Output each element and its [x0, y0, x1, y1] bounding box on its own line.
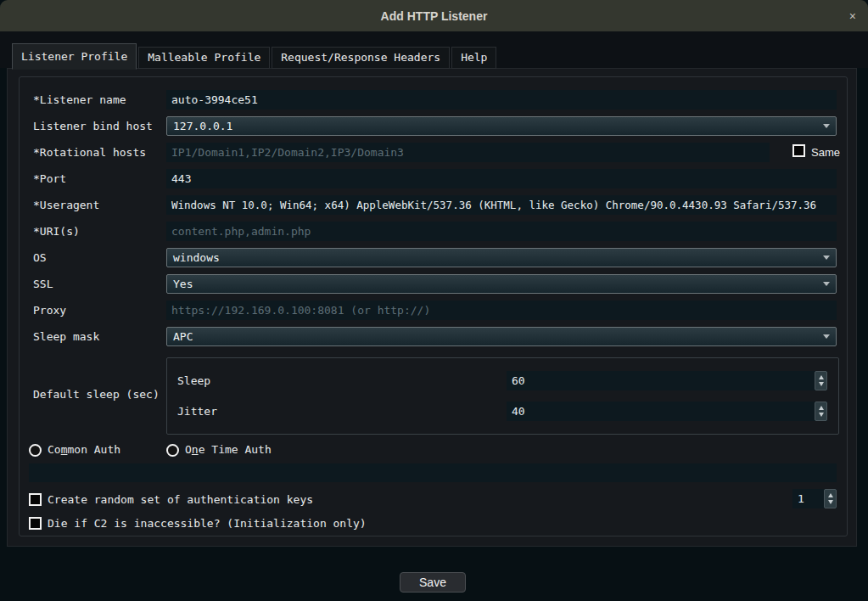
tab-listener-profile[interactable]: Listener Profile [12, 43, 137, 70]
tab-bar: Listener Profile Malleable Profile Reque… [12, 43, 498, 69]
jitter-value: 40 [507, 402, 815, 421]
spin-down-icon[interactable] [819, 382, 824, 386]
chevron-down-icon [823, 124, 830, 128]
port-field-wrap [166, 169, 837, 188]
common-auth-radio[interactable] [29, 444, 42, 457]
jitter-spinbox[interactable]: 40 [507, 402, 827, 421]
ssl-select[interactable]: Yes [166, 274, 837, 294]
rotational-hosts-input[interactable] [166, 143, 770, 162]
listener-name-field-wrap [166, 90, 837, 110]
random-keys-checkbox[interactable] [29, 493, 42, 506]
bind-host-select[interactable]: 127.0.0.1 [166, 116, 837, 136]
auth-key-field-wrap [29, 463, 837, 482]
same-checkbox[interactable] [792, 144, 805, 157]
rotational-hosts-label: *Rotational hosts [33, 143, 146, 162]
tab-malleable-profile[interactable]: Malleable Profile [138, 47, 270, 69]
chevron-down-icon [823, 256, 830, 260]
os-label: OS [33, 248, 47, 267]
jitter-label: Jitter [177, 402, 217, 421]
spin-down-icon[interactable] [828, 500, 833, 504]
ssl-selected-value: Yes [173, 278, 193, 290]
add-http-listener-dialog: { "window": { "title": "Add HTTP Listene… [0, 0, 868, 601]
sleep-value: 60 [507, 371, 815, 390]
bind-host-label: Listener bind host [33, 116, 153, 136]
one-time-auth-label: One Time Auth [185, 441, 272, 458]
sleep-mask-label: Sleep mask [33, 327, 99, 346]
ssl-label: SSL [33, 274, 53, 294]
listener-name-input[interactable] [166, 90, 837, 110]
spin-down-icon[interactable] [819, 413, 824, 417]
one-time-auth-radio[interactable] [166, 444, 179, 457]
spin-up-icon[interactable] [828, 493, 833, 497]
chevron-down-icon [823, 334, 830, 339]
sleep-spin-buttons[interactable] [815, 371, 827, 390]
default-sleep-label: Default sleep (sec) [33, 385, 160, 404]
random-keys-count-value: 1 [792, 489, 824, 508]
listener-name-label: *Listener name [33, 90, 126, 110]
sleep-mask-selected-value: APC [173, 330, 193, 343]
proxy-input[interactable] [166, 300, 837, 320]
proxy-field-wrap [166, 300, 837, 320]
listener-profile-form: *Listener name Listener bind host 127.0.… [19, 76, 848, 536]
uris-label: *URI(s) [33, 222, 80, 241]
jitter-spin-buttons[interactable] [815, 402, 827, 421]
uris-field-wrap [166, 222, 837, 241]
tab-request-response-headers[interactable]: Request/Response Headers [272, 47, 450, 69]
auth-key-input[interactable] [29, 463, 837, 482]
titlebar[interactable]: Add HTTP Listener × [0, 0, 868, 31]
proxy-label: Proxy [33, 300, 66, 320]
same-checkbox-label: Same [811, 144, 840, 160]
random-keys-count-spinbox[interactable]: 1 [792, 489, 837, 508]
tab-pane: *Listener name Listener bind host 127.0.… [7, 68, 857, 547]
port-input[interactable] [166, 169, 837, 188]
sleep-label: Sleep [177, 371, 210, 390]
uris-input[interactable] [166, 222, 837, 241]
random-keys-spin-buttons[interactable] [824, 489, 837, 508]
spin-up-icon[interactable] [819, 406, 824, 410]
window-title: Add HTTP Listener [381, 9, 488, 23]
die-if-c2-label: Die if C2 is inaccessible? (Initializati… [48, 516, 367, 531]
save-button[interactable]: Save [400, 572, 466, 593]
useragent-input[interactable] [166, 195, 837, 215]
close-icon[interactable]: × [849, 10, 856, 22]
rotational-hosts-field-wrap [166, 143, 770, 162]
default-sleep-group: Sleep 60 Jitter 40 [166, 357, 839, 435]
port-label: *Port [33, 169, 66, 188]
tab-help[interactable]: Help [451, 47, 496, 69]
chevron-down-icon [823, 282, 830, 286]
useragent-label: *Useragent [33, 195, 99, 215]
spin-up-icon[interactable] [819, 375, 824, 379]
die-if-c2-checkbox[interactable] [29, 517, 42, 530]
useragent-field-wrap [166, 195, 837, 215]
sleep-spinbox[interactable]: 60 [507, 371, 827, 390]
os-select[interactable]: windows [166, 248, 837, 267]
common-auth-label: Common Auth [48, 441, 120, 458]
bind-host-selected-value: 127.0.0.1 [173, 120, 232, 132]
sleep-mask-select[interactable]: APC [166, 327, 837, 346]
os-selected-value: windows [173, 251, 220, 264]
random-keys-label: Create random set of authentication keys [48, 492, 313, 507]
